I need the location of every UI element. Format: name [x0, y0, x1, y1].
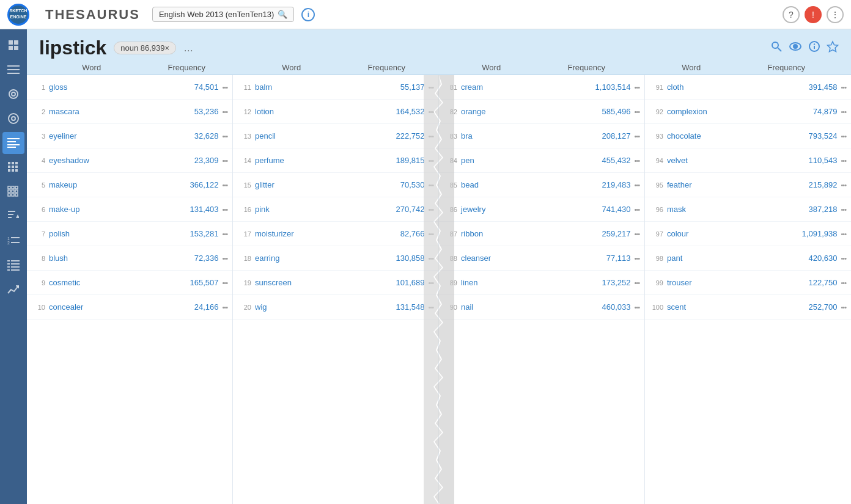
row-word[interactable]: bra — [461, 131, 588, 141]
sidebar-item-settings[interactable] — [2, 108, 24, 130]
row-more-button[interactable]: ••• — [428, 206, 433, 213]
row-word[interactable]: lotion — [255, 107, 381, 116]
row-word[interactable]: chocolate — [667, 131, 794, 141]
row-more-button[interactable]: ••• — [841, 230, 846, 238]
row-word[interactable]: cosmetic — [49, 278, 175, 287]
row-word[interactable]: pink — [255, 205, 381, 214]
row-more-button[interactable]: ••• — [222, 230, 227, 238]
sidebar-item-corpus[interactable] — [2, 83, 24, 105]
row-more-button[interactable]: ••• — [222, 84, 227, 91]
search-header-icon[interactable] — [770, 40, 783, 56]
row-word[interactable]: trouser — [667, 278, 794, 287]
row-more-button[interactable]: ••• — [222, 304, 227, 311]
row-more-button[interactable]: ••• — [428, 133, 433, 140]
row-word[interactable]: bead — [461, 180, 588, 189]
row-more-button[interactable]: ••• — [634, 108, 639, 115]
info-header-icon[interactable] — [808, 40, 820, 56]
row-word[interactable]: glitter — [255, 180, 381, 189]
row-more-button[interactable]: ••• — [222, 279, 227, 287]
row-word[interactable]: pen — [461, 156, 588, 165]
row-word[interactable]: eyeliner — [49, 131, 175, 141]
row-more-button[interactable]: ••• — [428, 181, 433, 189]
row-word[interactable]: make-up — [49, 205, 175, 214]
notification-button[interactable]: ! — [805, 6, 822, 23]
help-button[interactable]: ? — [783, 6, 800, 23]
row-more-button[interactable]: ••• — [634, 84, 639, 91]
row-more-button[interactable]: ••• — [222, 108, 227, 115]
row-more-button[interactable]: ••• — [634, 157, 639, 164]
row-word[interactable]: makeup — [49, 180, 175, 189]
row-more-button[interactable]: ••• — [841, 84, 846, 91]
row-more-button[interactable]: ••• — [841, 133, 846, 140]
word-more-button[interactable]: … — [183, 43, 193, 54]
row-word[interactable]: cream — [461, 82, 588, 92]
row-word[interactable]: feather — [667, 180, 794, 189]
row-more-button[interactable]: ••• — [841, 304, 846, 311]
more-nav-button[interactable]: ⋮ — [827, 6, 844, 23]
row-word[interactable]: cloth — [667, 82, 794, 92]
sidebar-item-dashboard[interactable] — [2, 34, 24, 56]
row-more-button[interactable]: ••• — [841, 181, 846, 189]
row-word[interactable]: balm — [255, 82, 381, 92]
row-more-button[interactable]: ••• — [428, 255, 433, 262]
row-more-button[interactable]: ••• — [428, 108, 433, 115]
row-more-button[interactable]: ••• — [222, 181, 227, 189]
row-more-button[interactable]: ••• — [428, 230, 433, 238]
row-more-button[interactable]: ••• — [841, 157, 846, 164]
row-word[interactable]: pencil — [255, 131, 381, 141]
sidebar-item-thesaurus[interactable] — [2, 132, 24, 154]
row-word[interactable]: mask — [667, 205, 794, 214]
sidebar-item-grid1[interactable] — [2, 156, 24, 178]
row-more-button[interactable]: ••• — [841, 108, 846, 115]
row-word[interactable]: nail — [461, 302, 588, 312]
row-word[interactable]: blush — [49, 254, 175, 263]
row-more-button[interactable]: ••• — [634, 206, 639, 213]
sidebar-item-sort[interactable] — [2, 205, 24, 227]
row-more-button[interactable]: ••• — [222, 255, 227, 262]
sidebar-item-list3[interactable] — [2, 254, 24, 276]
row-more-button[interactable]: ••• — [428, 279, 433, 287]
row-word[interactable]: earring — [255, 254, 381, 263]
row-word[interactable]: scent — [667, 302, 794, 312]
star-header-icon[interactable] — [827, 40, 839, 56]
row-word[interactable]: wig — [255, 302, 381, 312]
row-more-button[interactable]: ••• — [634, 279, 639, 287]
row-more-button[interactable]: ••• — [428, 304, 433, 311]
row-word[interactable]: complexion — [667, 107, 794, 116]
row-more-button[interactable]: ••• — [634, 304, 639, 311]
row-more-button[interactable]: ••• — [841, 279, 846, 287]
row-more-button[interactable]: ••• — [634, 181, 639, 189]
sidebar-item-grid2[interactable] — [2, 181, 24, 203]
row-word[interactable]: mascara — [49, 107, 175, 116]
row-word[interactable]: cleanser — [461, 254, 588, 263]
row-word[interactable]: polish — [49, 229, 175, 238]
row-word[interactable]: orange — [461, 107, 588, 116]
row-word[interactable]: ribbon — [461, 229, 588, 238]
row-word[interactable]: perfume — [255, 156, 381, 165]
row-more-button[interactable]: ••• — [634, 230, 639, 238]
sidebar-item-menu[interactable] — [2, 59, 24, 81]
row-word[interactable]: moisturizer — [255, 229, 381, 238]
row-word[interactable]: velvet — [667, 156, 794, 165]
info-button[interactable]: i — [301, 8, 315, 21]
row-more-button[interactable]: ••• — [222, 206, 227, 213]
row-word[interactable]: sunscreen — [255, 278, 381, 287]
row-more-button[interactable]: ••• — [428, 157, 433, 164]
row-word[interactable]: concealer — [49, 302, 175, 312]
row-word[interactable]: pant — [667, 254, 794, 263]
row-word[interactable]: gloss — [49, 82, 175, 92]
sidebar-item-trend[interactable] — [2, 279, 24, 301]
eye-header-icon[interactable] — [789, 42, 802, 54]
row-word[interactable]: eyeshadow — [49, 156, 175, 165]
sidebar-item-numbered-list[interactable]: 1 2 — [2, 230, 24, 252]
row-more-button[interactable]: ••• — [841, 206, 846, 213]
row-more-button[interactable]: ••• — [222, 133, 227, 140]
corpus-selector[interactable]: English Web 2013 (enTenTen13) 🔍 — [152, 7, 294, 22]
row-word[interactable]: linen — [461, 278, 588, 287]
row-more-button[interactable]: ••• — [428, 84, 433, 91]
row-word[interactable]: jewelry — [461, 205, 588, 214]
row-more-button[interactable]: ••• — [841, 255, 846, 262]
row-more-button[interactable]: ••• — [222, 157, 227, 164]
row-word[interactable]: colour — [667, 229, 794, 238]
row-more-button[interactable]: ••• — [634, 255, 639, 262]
